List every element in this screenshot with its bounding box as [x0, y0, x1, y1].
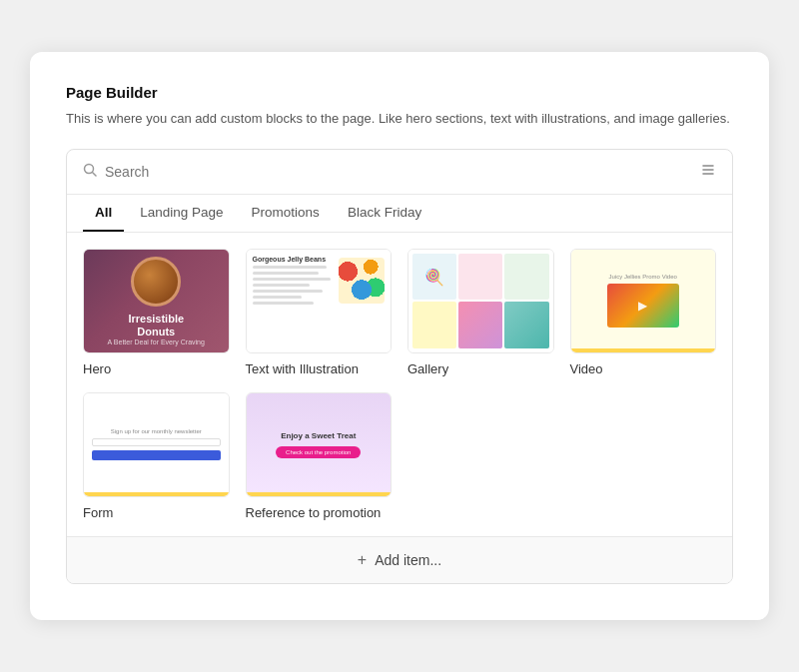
block-reference-promotion[interactable]: Enjoy a Sweet Treat Check out the promot… [246, 392, 393, 520]
block-twi-label: Text with Illustration [246, 361, 393, 376]
block-rtp-label: Reference to promotion [246, 505, 393, 520]
block-video-label: Video [570, 361, 717, 376]
gallery-cell-3 [504, 254, 548, 301]
list-view-icon[interactable] [700, 162, 716, 182]
form-input-mock [92, 438, 221, 446]
hero-donut-graphic [131, 257, 181, 307]
tabs-row: All Landing Page Promotions Black Friday [67, 195, 732, 233]
rtp-cta-button: Check out the promotion [276, 446, 361, 458]
add-item-label: Add item... [375, 552, 441, 568]
twi-text-col: Gorgeous Jelly Beans [253, 256, 336, 346]
gallery-cell-5 [458, 302, 502, 348]
block-gallery[interactable]: 🍭 Gallery [407, 249, 554, 376]
page-description: This is where you can add custom blocks … [66, 109, 733, 129]
page-builder-container: Page Builder This is where you can add c… [30, 52, 769, 620]
blocks-grid: IrresistibleDonuts A Better Deal for Eve… [67, 233, 732, 536]
search-input[interactable] [105, 164, 700, 180]
gallery-cell-2 [458, 254, 502, 301]
block-form-label: Form [83, 505, 230, 520]
builder-panel: All Landing Page Promotions Black Friday… [66, 149, 733, 584]
svg-line-1 [93, 173, 97, 177]
hero-preview: IrresistibleDonuts A Better Deal for Eve… [83, 249, 230, 353]
search-left [83, 163, 700, 180]
gallery-cell-4 [412, 302, 456, 348]
tab-all[interactable]: All [83, 195, 124, 232]
tab-black-friday[interactable]: Black Friday [336, 195, 433, 232]
gallery-preview-container: 🍭 [407, 249, 554, 353]
block-hero[interactable]: IrresistibleDonuts A Better Deal for Eve… [83, 249, 230, 376]
rtp-preview-container: Enjoy a Sweet Treat Check out the promot… [246, 392, 393, 497]
tab-promotions[interactable]: Promotions [240, 195, 332, 232]
form-yellow-bar [84, 492, 229, 496]
form-preview-container: Sign up for our monthly newsletter [83, 392, 230, 497]
search-icon [83, 163, 97, 180]
video-thumbnail [607, 284, 679, 328]
twi-preview-container: Gorgeous Jelly Beans [246, 249, 393, 353]
video-yellow-bar [571, 348, 716, 352]
block-gallery-label: Gallery [407, 361, 554, 376]
gallery-cell-6 [504, 302, 548, 348]
gallery-cell-1: 🍭 [412, 254, 456, 301]
page-title: Page Builder [66, 84, 733, 101]
search-bar [67, 150, 732, 195]
block-video[interactable]: Juicy Jellies Promo Video Video [570, 249, 717, 376]
tab-landing-page[interactable]: Landing Page [128, 195, 235, 232]
block-form[interactable]: Sign up for our monthly newsletter Form [83, 392, 230, 520]
video-preview-container: Juicy Jellies Promo Video [570, 249, 717, 353]
rtp-yellow-bar [247, 492, 392, 496]
form-btn-mock [92, 450, 221, 460]
add-item-plus-icon: + [358, 551, 367, 569]
block-hero-label: Hero [83, 361, 230, 376]
add-item-bar[interactable]: + Add item... [67, 536, 732, 583]
block-text-illustration[interactable]: Gorgeous Jelly Beans Text with Illustrat… [246, 249, 393, 376]
twi-illustration [339, 258, 385, 304]
